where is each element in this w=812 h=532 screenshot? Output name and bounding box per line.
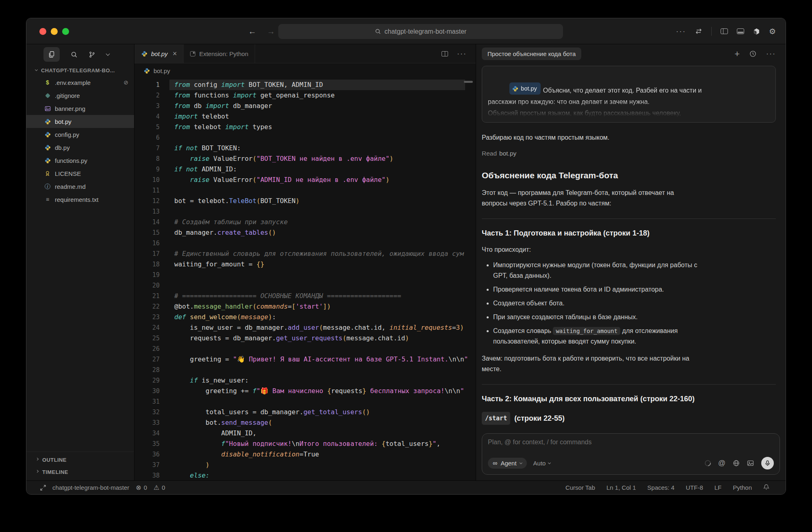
- file-row-readme.md[interactable]: ireadme.md: [26, 180, 134, 193]
- forward-arrow-icon[interactable]: →: [267, 27, 275, 36]
- toggle-layout-icon[interactable]: [695, 28, 702, 34]
- status-item-ln-1-col-1[interactable]: Ln 1, Col 1: [606, 484, 636, 491]
- file-row-.env.example[interactable]: $.env.example⊘: [26, 76, 134, 89]
- chat-input[interactable]: Plan, @ for context, / for commands ∞ Ag…: [482, 433, 780, 475]
- scrollbar-thumb[interactable]: [464, 81, 473, 83]
- code-line-27[interactable]: 27 greeting = "👋 Привет! Я ваш AI-ассист…: [134, 354, 476, 365]
- code-line-26[interactable]: 26: [134, 344, 476, 354]
- file-row-LICENSE[interactable]: LICENSE: [26, 167, 134, 180]
- code-line-31[interactable]: 31: [134, 396, 476, 407]
- file-row-config.py[interactable]: config.py: [26, 128, 134, 141]
- bell-icon[interactable]: [763, 484, 769, 491]
- status-item-lf[interactable]: LF: [715, 484, 722, 491]
- mention-icon[interactable]: @: [718, 459, 725, 467]
- code-line-4[interactable]: 4import telebot: [134, 111, 476, 122]
- code-line-29[interactable]: 29 if is_new_user:: [134, 375, 476, 386]
- file-row-functions.py[interactable]: functions.py: [26, 154, 134, 167]
- code-line-18[interactable]: 18waiting_for_amount = {}: [134, 259, 476, 270]
- model-selector[interactable]: Auto: [533, 460, 551, 467]
- code-line-23[interactable]: 23def send_welcome(message):: [134, 312, 476, 322]
- chat-messages[interactable]: bot.py Объясни, что делает этот код. Раз…: [476, 63, 786, 429]
- code-line-9[interactable]: 9if not ADMIN_ID:: [134, 164, 476, 175]
- code-line-25[interactable]: 25 requests = db_manager.get_user_reques…: [134, 333, 476, 344]
- code-line-24[interactable]: 24 is_new_user = db_manager.add_user(mes…: [134, 322, 476, 333]
- code-line-30[interactable]: 30 greeting += f"🎁 Вам начислено {reques…: [134, 386, 476, 396]
- code-line-16[interactable]: 16: [134, 238, 476, 249]
- errors-indicator[interactable]: ⊗ 0: [136, 484, 147, 491]
- cursor-box-icon[interactable]: [753, 28, 760, 35]
- status-item-utf-8[interactable]: UTF-8: [686, 484, 703, 491]
- file-row-banner.png[interactable]: banner.png: [26, 102, 134, 115]
- code-line-12[interactable]: 12bot = telebot.TeleBot(BOT_TOKEN): [134, 196, 476, 206]
- user-message-card[interactable]: bot.py Объясни, что делает этот код. Раз…: [482, 66, 776, 123]
- code-line-6[interactable]: 6: [134, 132, 476, 143]
- microphone-button[interactable]: [761, 457, 774, 469]
- editor-more-actions-icon[interactable]: ···: [457, 50, 467, 58]
- code-line-13[interactable]: 13: [134, 206, 476, 217]
- breadcrumb[interactable]: bot.py: [134, 63, 476, 78]
- chat-more-actions-icon[interactable]: ···: [766, 50, 776, 58]
- file-context-chip[interactable]: bot.py: [509, 82, 541, 95]
- status-item-cursor-tab[interactable]: Cursor Tab: [565, 484, 595, 491]
- code-line-35[interactable]: 35 f"Новый подписчик!\nИтого пользовател…: [134, 439, 476, 449]
- code-line-2[interactable]: 2from functions import get_openai_respon…: [134, 90, 476, 101]
- code-line-20[interactable]: 20: [134, 280, 476, 291]
- remote-icon[interactable]: [40, 485, 46, 491]
- toggle-panel-icon[interactable]: [737, 28, 744, 34]
- code-line-32[interactable]: 32 total_users = db_manager.get_total_us…: [134, 407, 476, 417]
- file-row-requirements.txt[interactable]: ≡requirements.txt: [26, 193, 134, 206]
- code-line-37[interactable]: 37 ): [134, 460, 476, 470]
- code-line-11[interactable]: 11: [134, 185, 476, 196]
- code-line-7[interactable]: 7if not BOT_TOKEN:: [134, 143, 476, 154]
- agent-mode-selector[interactable]: ∞ Agent: [488, 458, 527, 469]
- toggle-sidebar-icon[interactable]: [721, 28, 728, 34]
- sidebar-section-outline[interactable]: OUTLINE: [26, 454, 134, 466]
- code-line-33[interactable]: 33 bot.send_message(: [134, 417, 476, 428]
- code-line-19[interactable]: 19: [134, 270, 476, 280]
- status-item-python[interactable]: Python: [733, 484, 752, 491]
- code-line-5[interactable]: 5from telebot import types: [134, 122, 476, 132]
- sidebar-section-timeline[interactable]: TIMELINE: [26, 466, 134, 478]
- code-area[interactable]: 1from config import BOT_TOKEN, ADMIN_ID2…: [134, 78, 476, 480]
- close-icon[interactable]: ×: [173, 50, 177, 58]
- workspace-name[interactable]: chatgpt-telegram-bot-master: [52, 484, 129, 491]
- code-line-28[interactable]: 28: [134, 365, 476, 375]
- history-clock-icon[interactable]: [749, 50, 756, 57]
- status-item-spaces-4[interactable]: Spaces: 4: [647, 484, 675, 491]
- warnings-indicator[interactable]: ⚠ 0: [154, 484, 165, 491]
- code-line-21[interactable]: 21# =================== ОСНОВНЫЕ КОМАНДЫ…: [134, 291, 476, 301]
- gear-icon[interactable]: ⚙: [769, 27, 776, 36]
- tab-extension-python[interactable]: Extension: Python: [184, 44, 255, 63]
- code-line-1[interactable]: 1from config import BOT_TOKEN, ADMIN_ID: [134, 80, 476, 90]
- code-line-17[interactable]: 17# Единственный словарь для отслеживани…: [134, 249, 476, 259]
- zoom-window-button[interactable]: [62, 28, 69, 35]
- back-arrow-icon[interactable]: ←: [248, 27, 256, 36]
- image-icon[interactable]: [747, 460, 754, 467]
- close-window-button[interactable]: [39, 28, 46, 35]
- source-control-icon[interactable]: [89, 51, 95, 58]
- code-line-38[interactable]: 38 else:: [134, 470, 476, 480]
- tool-read-line[interactable]: Readbot.py: [482, 149, 776, 158]
- code-line-14[interactable]: 14# Создаём таблицы при запуске: [134, 217, 476, 227]
- file-row-bot.py[interactable]: bot.py: [26, 115, 134, 128]
- file-row-db.py[interactable]: db.py: [26, 141, 134, 154]
- search-sidebar-icon[interactable]: [71, 51, 78, 58]
- minimize-window-button[interactable]: [51, 28, 58, 35]
- code-line-22[interactable]: 22@bot.message_handler(commands=['start'…: [134, 301, 476, 312]
- chat-tab[interactable]: Простое объяснение кода бота: [482, 48, 581, 60]
- chevron-down-icon[interactable]: [106, 52, 110, 56]
- code-line-8[interactable]: 8 raise ValueError("BOT_TOKEN не найден …: [134, 154, 476, 164]
- code-line-15[interactable]: 15db_manager.create_tables(): [134, 227, 476, 238]
- new-chat-icon[interactable]: +: [734, 49, 740, 59]
- code-line-3[interactable]: 3from db import db_manager: [134, 101, 476, 111]
- command-center-search[interactable]: chatgpt-telegram-bot-master: [278, 24, 563, 39]
- code-line-34[interactable]: 34 ADMIN_ID,: [134, 428, 476, 439]
- more-actions-icon[interactable]: ···: [676, 27, 686, 36]
- tab-bot-py[interactable]: bot.py ×: [134, 44, 184, 63]
- file-row-.gitignore[interactable]: .gitignore: [26, 89, 134, 102]
- project-header[interactable]: CHATGPT-TELEGRAM-BO...: [26, 65, 134, 76]
- split-editor-icon[interactable]: [442, 51, 448, 56]
- code-line-10[interactable]: 10 raise ValueError("ADMIN_ID не найден …: [134, 175, 476, 185]
- globe-icon[interactable]: [733, 460, 740, 467]
- code-line-36[interactable]: 36 disable_notification=True: [134, 449, 476, 460]
